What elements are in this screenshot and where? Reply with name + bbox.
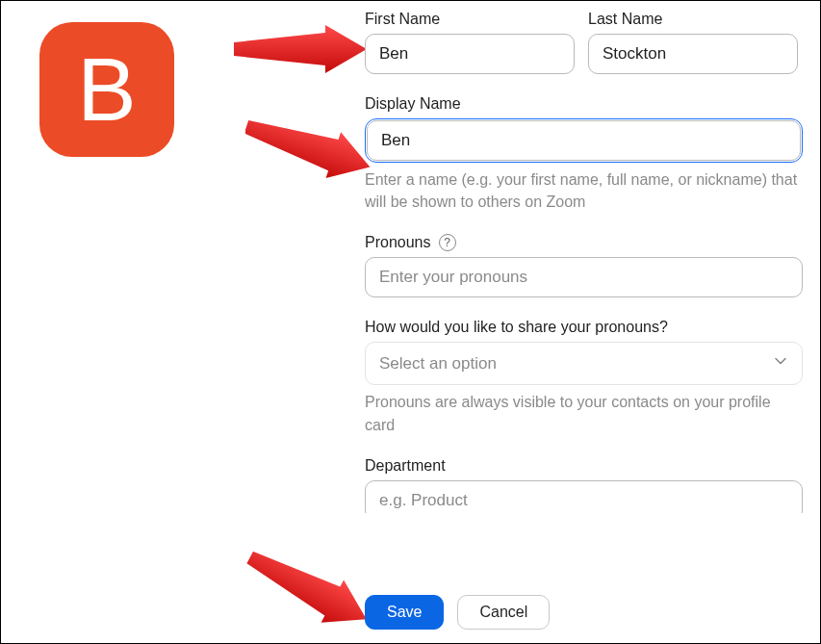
pronouns-share-label: How would you like to share your pronoun… xyxy=(365,319,803,336)
save-button[interactable]: Save xyxy=(365,595,444,630)
profile-form: First Name Last Name Display Name Enter … xyxy=(365,11,806,513)
pronouns-label-text: Pronouns xyxy=(365,234,431,251)
department-input[interactable] xyxy=(365,480,803,513)
svg-marker-0 xyxy=(234,25,367,73)
first-name-input[interactable] xyxy=(365,34,575,74)
department-field: Department xyxy=(365,457,803,513)
pronouns-share-field: How would you like to share your pronoun… xyxy=(365,319,803,435)
first-name-field: First Name xyxy=(365,11,575,74)
arrow-icon xyxy=(245,552,372,633)
svg-marker-1 xyxy=(245,112,372,187)
display-name-label: Display Name xyxy=(365,95,803,113)
last-name-label: Last Name xyxy=(588,11,798,28)
display-name-field: Display Name Enter a name (e.g. your fir… xyxy=(365,95,803,213)
first-name-label: First Name xyxy=(365,11,575,28)
help-icon[interactable]: ? xyxy=(439,234,456,251)
last-name-input[interactable] xyxy=(588,34,798,74)
svg-marker-2 xyxy=(245,552,372,633)
pronouns-share-select[interactable]: Select an option xyxy=(365,342,803,385)
last-name-field: Last Name xyxy=(588,11,798,74)
profile-edit-screen: B First Name Last Name Display N xyxy=(0,0,821,644)
cancel-button[interactable]: Cancel xyxy=(457,595,550,630)
button-bar: Save Cancel xyxy=(365,595,550,630)
display-name-hint: Enter a name (e.g. your first name, full… xyxy=(365,168,803,213)
pronouns-label: Pronouns ? xyxy=(365,234,803,251)
pronouns-share-hint: Pronouns are always visible to your cont… xyxy=(365,391,803,435)
pronouns-input[interactable] xyxy=(365,257,803,297)
pronouns-share-placeholder: Select an option xyxy=(379,354,497,374)
chevron-down-icon xyxy=(773,353,788,374)
arrow-icon xyxy=(245,112,372,187)
avatar-initial: B xyxy=(77,45,136,134)
avatar[interactable]: B xyxy=(39,22,174,157)
department-label: Department xyxy=(365,457,803,475)
pronouns-field: Pronouns ? xyxy=(365,234,803,297)
display-name-input[interactable] xyxy=(367,120,801,161)
arrow-icon xyxy=(234,25,369,73)
